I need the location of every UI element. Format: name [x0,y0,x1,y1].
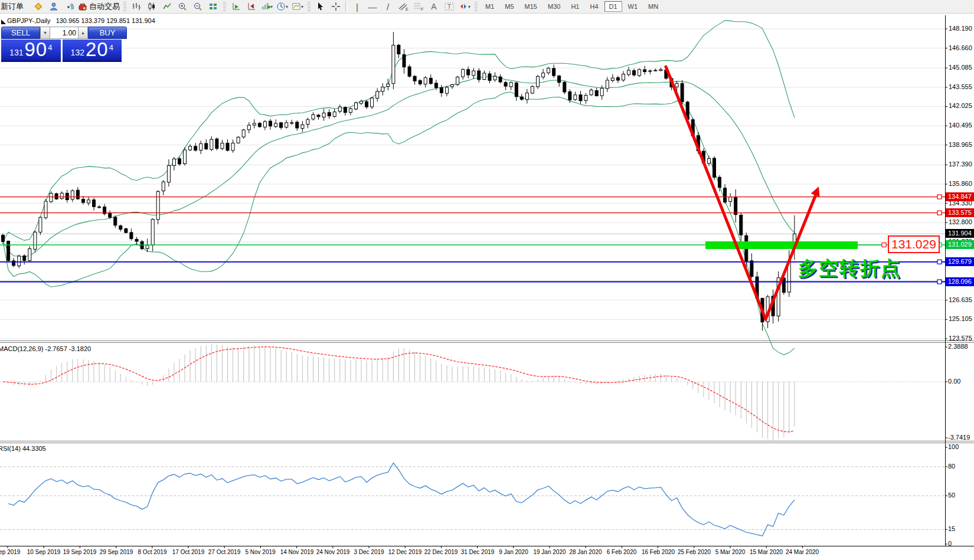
bollinger-bands [3,21,795,355]
buy-price-point: 4 [109,43,113,52]
price-tag-annotation: 131.029 [888,235,940,253]
symbol-marker-icon [1,19,6,24]
rsi-label: RSI(14) 44.3305 [0,445,46,452]
pivot-annotation: 多空转折点 [798,256,901,282]
buy-button[interactable]: BUY [88,27,127,39]
buy-price-pips: 20 [86,40,109,59]
buy-price-bigfigure: 132 [71,46,84,59]
volume-stepper: ▼ ▲ [40,27,88,39]
sell-price-pips: 90 [24,40,47,59]
one-click-trading-panel: SELL ▼ ▲ BUY 131 90 4 132 20 4 [1,27,122,62]
macd-label: MACD(12,26,9) -2.7657 -3.1820 [0,345,91,352]
chart-ohlc: 130.965 133.379 129.851 131.904 [56,17,155,24]
macd-indicator [3,344,795,440]
mt4-window: 新订单 自动交易 [0,0,974,560]
volume-decrease-button[interactable]: ▼ [40,27,50,39]
sell-button[interactable]: SELL [1,27,40,39]
buy-price[interactable]: 132 20 4 [63,40,122,62]
sell-price-point: 4 [48,43,52,52]
chart-title: GBPJPY-,Daily 130.965 133.379 129.851 13… [7,17,155,24]
sell-price-bigfigure: 131 [9,46,23,59]
rsi-indicator [8,463,795,536]
volume-increase-button[interactable]: ▲ [78,27,88,39]
candlestick-series [2,32,796,330]
volume-input[interactable] [50,27,78,39]
sell-price[interactable]: 131 90 4 [1,40,61,62]
chart-symbol: GBPJPY-,Daily [7,17,51,24]
